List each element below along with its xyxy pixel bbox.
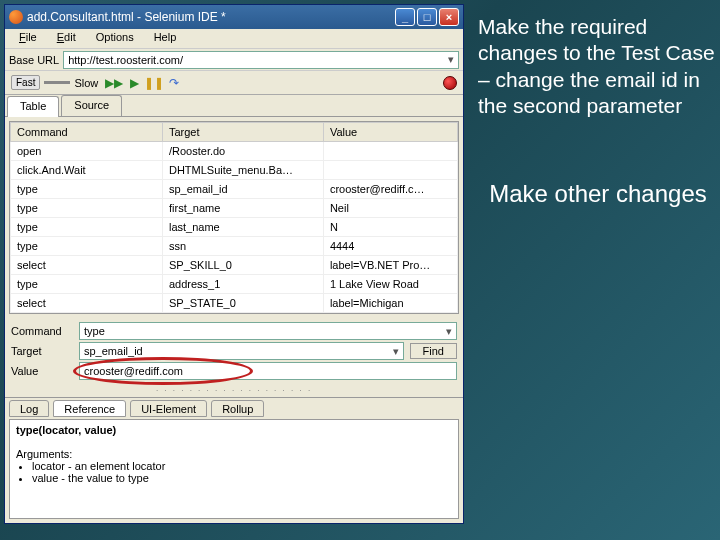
window-title: add.Consultant.html - Selenium IDE * [27,10,393,24]
target-input[interactable]: sp_email_id▾ [79,342,404,360]
col-value[interactable]: Value [323,123,457,142]
reference-args-label: Arguments: [16,448,452,460]
command-label: Command [11,325,73,337]
baseurl-label: Base URL [9,54,59,66]
chevron-down-icon[interactable]: ▾ [448,53,454,66]
bottom-tabs: Log Reference UI-Element Rollup [5,397,463,419]
firefox-icon [9,10,23,24]
table-row[interactable]: selectSP_SKILL_0label=VB.NET Pro… [11,256,458,275]
chevron-down-icon[interactable]: ▾ [446,325,452,338]
tab-reference[interactable]: Reference [53,400,126,417]
toolbar: Fast Slow ▶▶ ▶ ❚❚ ↷ [5,71,463,95]
menu-options[interactable]: Options [86,29,144,48]
baseurl-input[interactable]: http://test.roosterit.com/ ▾ [63,51,459,69]
baseurl-text: http://test.roosterit.com/ [68,54,183,66]
col-command[interactable]: Command [11,123,163,142]
step-icon[interactable]: ↷ [166,75,182,91]
baseurl-row: Base URL http://test.roosterit.com/ ▾ [5,49,463,71]
annotations: Make the required changes to the Test Ca… [478,14,718,540]
selenium-ide-window: add.Consultant.html - Selenium IDE * _ □… [4,4,464,524]
speed-control[interactable]: Fast Slow [11,75,98,90]
tab-uielement[interactable]: UI-Element [130,400,207,417]
menubar: File Edit Options Help [5,29,463,49]
play-icon[interactable]: ▶ [126,75,142,91]
maximize-button[interactable]: □ [417,8,437,26]
splitter[interactable]: · · · · · · · · · · · · · · · · · · · [5,384,463,397]
table-row[interactable]: typefirst_nameNeil [11,199,458,218]
table-row[interactable]: typeaddress_11 Lake View Road [11,275,458,294]
play-all-icon[interactable]: ▶▶ [106,75,122,91]
col-target[interactable]: Target [162,123,323,142]
annotation-1: Make the required changes to the Test Ca… [478,14,718,119]
annotation-2: Make other changes [478,179,718,209]
speed-slow: Slow [74,77,98,89]
reference-arg: locator - an element locator [32,460,452,472]
speed-slider[interactable] [44,81,70,84]
table-row[interactable]: open/Rooster.do [11,142,458,161]
table-row[interactable]: click.And.WaitDHTMLSuite_menu.Ba… [11,161,458,180]
command-input[interactable]: type▾ [79,322,457,340]
minimize-button[interactable]: _ [395,8,415,26]
tab-rollup[interactable]: Rollup [211,400,264,417]
reference-arg: value - the value to type [32,472,452,484]
chevron-down-icon[interactable]: ▾ [393,345,399,358]
close-button[interactable]: × [439,8,459,26]
pause-icon[interactable]: ❚❚ [146,75,162,91]
table-row[interactable]: typesp_email_idcrooster@rediff.c… [11,180,458,199]
value-input[interactable]: crooster@rediff.com [79,362,457,380]
table-row[interactable]: typessn4444 [11,237,458,256]
menu-help[interactable]: Help [144,29,187,48]
tab-log[interactable]: Log [9,400,49,417]
table-row[interactable]: typelast_nameN [11,218,458,237]
toolbar-icons: ▶▶ ▶ ❚❚ ↷ [106,75,182,91]
editor-tabs: Table Source [5,95,463,117]
edit-fields: Command type▾ Target sp_email_id▾ Find V… [5,318,463,384]
tab-source[interactable]: Source [61,95,122,116]
table-row[interactable]: selectSP_STATE_0label=Michigan [11,294,458,313]
find-button[interactable]: Find [410,343,457,359]
commands-grid[interactable]: Command Target Value open/Rooster.doclic… [9,121,459,314]
record-button[interactable] [443,76,457,90]
speed-fast[interactable]: Fast [11,75,40,90]
value-label: Value [11,365,73,377]
menu-file[interactable]: File [9,29,47,48]
menu-edit[interactable]: Edit [47,29,86,48]
reference-signature: type(locator, value) [16,424,452,436]
titlebar: add.Consultant.html - Selenium IDE * _ □… [5,5,463,29]
reference-panel: type(locator, value) Arguments: locator … [9,419,459,519]
target-label: Target [11,345,73,357]
tab-table[interactable]: Table [7,96,59,117]
